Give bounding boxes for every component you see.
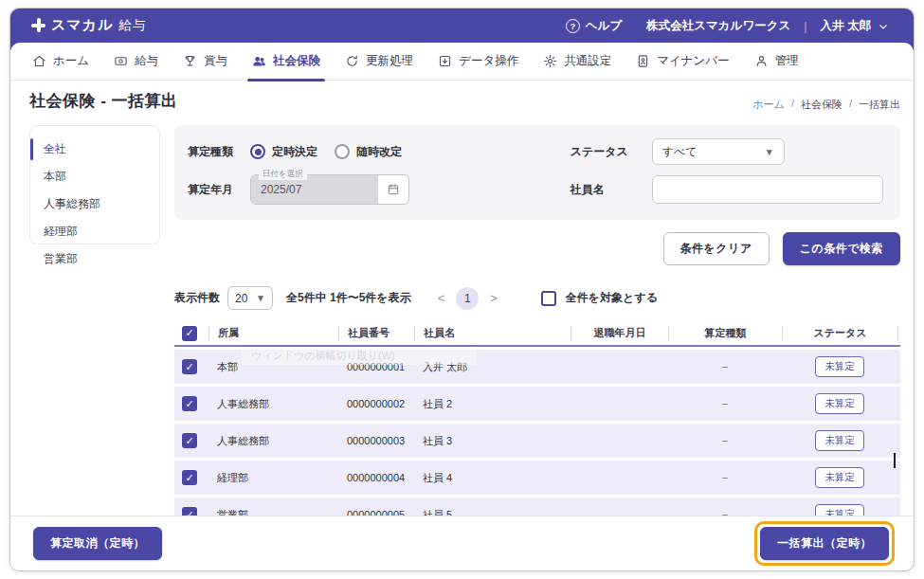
date-float-label: 日付を選択 (259, 169, 307, 180)
field-calc-month: 算定年月 日付を選択 2025/07 (188, 174, 571, 205)
sidebar-item-all-company[interactable]: 全社 (30, 136, 159, 163)
nav-label: データ操作 (459, 53, 518, 69)
nav-label: 管理 (775, 53, 799, 69)
trophy-icon (183, 54, 197, 68)
cancel-calculation-button[interactable]: 算定取消（定時） (33, 527, 162, 560)
table-row[interactable]: ✓ 営業部 0000000005 社員 5 − 未算定 (174, 498, 900, 516)
nav-item-admin[interactable]: 管理 (744, 43, 809, 80)
cell-department: 人事総務部 (208, 434, 338, 448)
user-menu[interactable]: 入井 太郎 (821, 18, 889, 34)
calendar-button[interactable] (378, 175, 408, 204)
status-select[interactable]: すべて ▼ (652, 138, 785, 165)
nav-label: 賞与 (204, 53, 227, 69)
header-checkbox-cell: ✓ (174, 326, 208, 341)
cell-department: 営業部 (208, 508, 338, 516)
cell-employee-no: 0000000005 (338, 509, 414, 516)
app-logo[interactable]: スマカル 給与 (31, 16, 146, 34)
cell-calc-type: − (668, 472, 782, 483)
next-page-button[interactable]: > (488, 291, 499, 305)
col-header-status: ステータス (782, 326, 897, 341)
chevron-down-icon (878, 21, 889, 32)
row-checkbox[interactable]: ✓ (182, 433, 197, 448)
col-header-department: 所属 (208, 326, 338, 341)
logo-product-text: 給与 (118, 17, 146, 34)
nav-item-bonus[interactable]: 賞与 (172, 43, 238, 80)
radio-teiji-kettei[interactable]: 定時決定 (250, 144, 317, 160)
radio-label: 随時改定 (356, 144, 402, 160)
employee-name-input[interactable] (652, 175, 883, 204)
cell-calc-type: − (668, 361, 782, 372)
nav-item-update[interactable]: 更新処理 (335, 43, 424, 80)
prev-page-button[interactable]: < (436, 291, 447, 305)
status-badge: 未算定 (815, 393, 864, 414)
cell-employee-name: 社員 4 (414, 471, 571, 485)
home-icon (32, 54, 46, 68)
id-card-icon (636, 54, 650, 68)
clear-conditions-button[interactable]: 条件をクリア (663, 232, 770, 265)
nav-label: マイナンバー (657, 53, 729, 69)
field-status: ステータス すべて ▼ (571, 138, 883, 165)
calc-month-date-field[interactable]: 日付を選択 2025/07 (250, 174, 409, 205)
page-size-select[interactable]: 20 ▼ (227, 286, 273, 310)
col-header-employee-no: 社員番号 (338, 326, 414, 341)
employee-table: ✓ 所属 社員番号 社員名 退職年月日 算定種類 ステータス ✓ 本部 0000… (174, 321, 900, 516)
cell-department: 人事総務部 (208, 397, 338, 411)
row-checkbox[interactable]: ✓ (182, 507, 197, 516)
table-row[interactable]: ✓ 人事総務部 0000000002 社員 2 − 未算定 (174, 387, 900, 421)
table-header-row: ✓ 所属 社員番号 社員名 退職年月日 算定種類 ステータス (174, 321, 900, 347)
breadcrumb: ホーム / 社会保険 / 一括算出 (752, 98, 900, 112)
search-button[interactable]: この条件で検索 (783, 232, 900, 265)
page-content: 社会保険 - 一括算出 ホーム / 社会保険 / 一括算出 全社 本部 人事総務… (10, 81, 914, 516)
radio-label: 定時決定 (272, 144, 317, 160)
result-range-text: 全5件中 1件〜5件を表示 (286, 290, 411, 306)
cell-employee-no: 0000000003 (338, 435, 414, 446)
select-all-rows-checkbox[interactable]: ✓ (182, 326, 197, 341)
sidebar-item-accounting[interactable]: 経理部 (30, 218, 159, 245)
status-badge: 未算定 (815, 504, 864, 516)
row-checkbox[interactable]: ✓ (182, 396, 197, 411)
cell-calc-type: − (668, 435, 782, 446)
help-label: ヘルプ (586, 18, 622, 34)
breadcrumb-separator: / (791, 98, 794, 112)
radio-zuiji-kaitei[interactable]: 随時改定 (335, 144, 402, 160)
calc-type-radio-group: 定時決定 随時改定 (250, 144, 402, 160)
nav-label: 更新処理 (366, 53, 413, 69)
nav-item-my-number[interactable]: マイナンバー (625, 43, 739, 80)
nav-label: 社会保険 (273, 53, 320, 69)
employee-name-label: 社員名 (571, 182, 652, 198)
sidebar-item-hr-general-affairs[interactable]: 人事総務部 (30, 190, 159, 218)
department-sidebar: 全社 本部 人事総務部 経理部 営業部 (29, 125, 160, 244)
cell-employee-name: 社員 3 (414, 434, 571, 448)
sidebar-item-headquarters[interactable]: 本部 (30, 163, 159, 190)
status-select-value: すべて (662, 144, 698, 160)
nav-label: 給与 (135, 53, 158, 69)
help-link[interactable]: ? ヘルプ (566, 18, 622, 34)
list-controls: 表示件数 20 ▼ 全5件中 1件〜5件を表示 < 1 > 全件を対象とする (174, 286, 900, 310)
nav-item-data-ops[interactable]: データ操作 (427, 43, 529, 80)
batch-calculate-button[interactable]: 一括算出（定時） (760, 527, 889, 560)
cell-calc-type: − (668, 509, 782, 516)
current-page-button[interactable]: 1 (456, 287, 479, 310)
sidebar-item-sales[interactable]: 営業部 (30, 245, 159, 273)
table-row[interactable]: ✓ 人事総務部 0000000003 社員 3 − 未算定 (174, 424, 900, 458)
caret-down-icon: ▼ (765, 147, 774, 157)
row-checkbox[interactable]: ✓ (182, 359, 197, 374)
table-row[interactable]: ✓ 経理部 0000000004 社員 4 − 未算定 (174, 461, 900, 495)
select-all-toggle[interactable]: 全件を対象とする (541, 290, 658, 306)
nav-item-common-settings[interactable]: 共通設定 (533, 43, 622, 80)
nav-item-social-insurance[interactable]: 社会保険 (242, 43, 331, 80)
people-icon (252, 54, 266, 68)
nav-item-home[interactable]: ホーム (22, 43, 100, 80)
main-row: 全社 本部 人事総務部 経理部 営業部 算定種類 定時決定 (29, 125, 900, 516)
right-column: 算定種類 定時決定 随時改定 (174, 125, 900, 516)
row-checkbox[interactable]: ✓ (182, 470, 197, 485)
account-area: 株式会社スマカルワークス | 入井 太郎 (646, 18, 889, 34)
breadcrumb-home[interactable]: ホーム (752, 98, 785, 112)
pagination: < 1 > (436, 287, 499, 310)
calc-type-label: 算定種類 (188, 144, 250, 160)
table-row[interactable]: ✓ 本部 0000000001 入井 太郎 − 未算定 (174, 350, 900, 384)
nav-item-payroll[interactable]: 給与 (103, 43, 169, 80)
cell-employee-name: 社員 5 (414, 508, 571, 516)
main-nav: ホーム 給与 賞与 社会保険 更新処理 データ操作 共通設定 マイナンバー (10, 43, 914, 81)
checkbox-unchecked-icon[interactable] (541, 291, 556, 306)
